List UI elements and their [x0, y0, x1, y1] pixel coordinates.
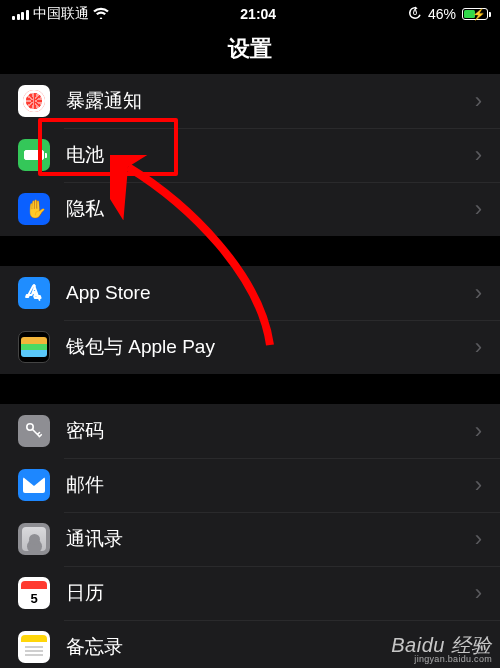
settings-screen: 中国联通 21:04 46% ⚡ 设置 暴露通知 › 电池 › ✋ [0, 0, 500, 668]
group-spacer [0, 236, 500, 266]
row-contacts[interactable]: 通讯录 › [0, 512, 500, 566]
battery-settings-icon [18, 139, 50, 171]
cellular-signal-icon [12, 9, 29, 20]
mail-icon [18, 469, 50, 501]
row-label: 钱包与 Apple Pay [66, 334, 475, 360]
row-privacy[interactable]: ✋ 隐私 › [0, 182, 500, 236]
passwords-icon [18, 415, 50, 447]
status-right: 46% ⚡ [408, 6, 488, 23]
chevron-right-icon: › [475, 88, 482, 114]
chevron-right-icon: › [475, 526, 482, 552]
rotation-lock-icon [408, 6, 422, 23]
row-label: 日历 [66, 580, 475, 606]
settings-group-2: App Store › 钱包与 Apple Pay › [0, 266, 500, 374]
row-calendar[interactable]: 日历 › [0, 566, 500, 620]
chevron-right-icon: › [475, 472, 482, 498]
settings-group-3: 密码 › 邮件 › 通讯录 › 日历 › 备忘录 › 提醒事项 › [0, 404, 500, 668]
wallet-icon [18, 331, 50, 363]
settings-group-1: 暴露通知 › 电池 › ✋ 隐私 › [0, 74, 500, 236]
chevron-right-icon: › [475, 280, 482, 306]
row-label: App Store [66, 282, 475, 304]
carrier-label: 中国联通 [33, 5, 89, 23]
wifi-icon [93, 6, 109, 22]
group-spacer [0, 374, 500, 404]
svg-rect-0 [414, 11, 417, 14]
row-label: 暴露通知 [66, 88, 475, 114]
chevron-right-icon: › [475, 142, 482, 168]
chevron-right-icon: › [475, 580, 482, 606]
exposure-icon [18, 85, 50, 117]
watermark-url: jingyan.baidu.com [391, 655, 492, 664]
row-battery[interactable]: 电池 › [0, 128, 500, 182]
chevron-right-icon: › [475, 418, 482, 444]
row-label: 通讯录 [66, 526, 475, 552]
row-label: 隐私 [66, 196, 475, 222]
clock: 21:04 [240, 6, 276, 22]
row-wallet[interactable]: 钱包与 Apple Pay › [0, 320, 500, 374]
row-app-store[interactable]: App Store › [0, 266, 500, 320]
chevron-right-icon: › [475, 196, 482, 222]
notes-icon [18, 631, 50, 663]
row-passwords[interactable]: 密码 › [0, 404, 500, 458]
row-exposure-notifications[interactable]: 暴露通知 › [0, 74, 500, 128]
row-label: 密码 [66, 418, 475, 444]
contacts-icon [18, 523, 50, 555]
privacy-icon: ✋ [18, 193, 50, 225]
status-bar: 中国联通 21:04 46% ⚡ [0, 0, 500, 28]
page-title: 设置 [0, 28, 500, 74]
calendar-icon [18, 577, 50, 609]
battery-percentage: 46% [428, 6, 456, 22]
battery-icon: ⚡ [462, 8, 488, 20]
status-left: 中国联通 [12, 5, 109, 23]
row-label: 邮件 [66, 472, 475, 498]
watermark: Baidu 经验 jingyan.baidu.com [391, 635, 492, 664]
app-store-icon [18, 277, 50, 309]
chevron-right-icon: › [475, 334, 482, 360]
row-mail[interactable]: 邮件 › [0, 458, 500, 512]
row-label: 电池 [66, 142, 475, 168]
watermark-brand: Baidu 经验 [391, 634, 492, 656]
